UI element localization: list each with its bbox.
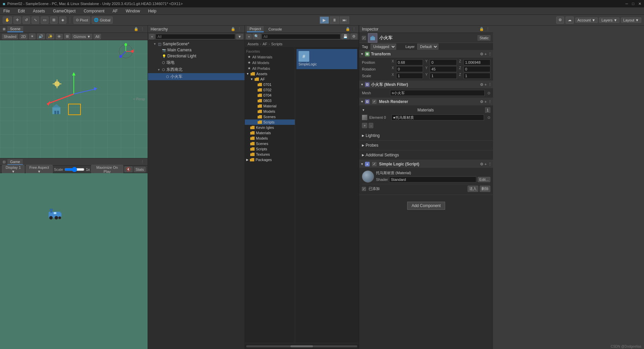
project-dot-menu[interactable]: ⋮ (351, 27, 357, 32)
maximize-btn[interactable]: □ (632, 2, 634, 6)
transform-dot-menu[interactable]: ⋮ (488, 52, 492, 56)
transform-tool[interactable]: ⊞ (50, 16, 58, 24)
menu-edit[interactable]: Edit (16, 8, 26, 14)
scene-lock-icon[interactable]: 🔒 (133, 27, 139, 32)
tree-models[interactable]: Models (245, 109, 295, 114)
meshrenderer-enabled[interactable] (372, 100, 376, 104)
simplelogic-add-icon[interactable]: + (485, 162, 487, 166)
lighting-header[interactable]: ▶ Lighting (362, 132, 490, 139)
menu-file[interactable]: File (2, 8, 11, 14)
hierarchy-item-xiaohc[interactable]: ⬡ 小火车 (148, 73, 245, 80)
free-aspect-btn[interactable]: Free Aspect ▼ (26, 165, 53, 174)
fav-allmaterials[interactable]: ★ All Materials (245, 54, 295, 60)
layer-select[interactable]: Default (417, 44, 438, 50)
global-btn[interactable]: 🌐 Global (92, 16, 113, 24)
shader-edit-btn[interactable]: Edit... (478, 177, 490, 182)
scene-dot-menu[interactable]: ⋮ (140, 27, 145, 32)
tree-af[interactable]: ▼ AF (245, 77, 295, 82)
scale-z[interactable]: 1 (464, 73, 490, 79)
position-y[interactable]: 0 (430, 59, 457, 65)
scene-viewport[interactable]: X Y Z (0, 40, 148, 158)
mute-btn[interactable]: 🔇 (124, 166, 132, 172)
tree-0803[interactable]: 0803 (245, 98, 295, 103)
transform-component-header[interactable]: ▼ ⊞ Transform ⚙ + ⋮ (359, 50, 493, 58)
file-simplelogic[interactable]: # SimpleLogic (297, 49, 357, 69)
additionalsettings-header[interactable]: ▶ Additional Settings (362, 152, 490, 158)
account-btn[interactable]: Account ▼ (575, 17, 598, 23)
hand-tool[interactable]: ✋ (3, 16, 12, 24)
meshfilter-header[interactable]: ▼ ⊡ 小火车 (Mesh Filter) ⚙ + ⋮ (359, 81, 493, 88)
position-x[interactable]: 0.68 (396, 59, 423, 65)
hierarchy-item-dongxinanBei[interactable]: ▼ ⬡ 东西南北 (148, 66, 245, 73)
game-viewport[interactable] (0, 173, 148, 349)
tree-materials2[interactable]: Materials (245, 130, 295, 136)
gizmos-btn[interactable]: Gizmos ▼ (72, 34, 92, 39)
maximize-on-play-btn[interactable]: Maximize On Play (91, 165, 123, 174)
scale-y[interactable]: 1 (430, 73, 457, 79)
tree-scripts2[interactable]: Scripts (245, 146, 295, 152)
lighting-btn[interactable]: ☀ (29, 34, 36, 39)
hierarchy-filter-btn[interactable]: ▼ (236, 34, 243, 39)
menu-af[interactable]: AF (111, 8, 119, 14)
move-tool[interactable]: ✛ (13, 16, 21, 24)
transform-settings-icon[interactable]: ⚙ (480, 52, 483, 56)
play-button[interactable]: ▶ (320, 16, 329, 24)
rotation-x[interactable]: 0 (396, 66, 423, 72)
breadcrumb-af[interactable]: AF (263, 42, 267, 46)
fav-allprefabs[interactable]: ★ All Prefabs (245, 65, 295, 71)
hierarchy-add-btn[interactable]: + (149, 34, 155, 39)
meshfilter-dot-menu[interactable]: ⋮ (488, 83, 492, 87)
rotate-tool[interactable]: ↺ (22, 16, 30, 24)
meshrenderer-header[interactable]: ▼ ⊡ Mesh Renderer ⚙ + ⋮ (359, 98, 493, 105)
input-btn[interactable]: 送入 (468, 186, 478, 192)
simplelogic-header[interactable]: ▼ # Simple Logic (Script) ⚙ + ⋮ (359, 160, 493, 168)
inspector-dot-menu[interactable]: ⋮ (485, 27, 490, 32)
hierarchy-item-samplescene[interactable]: ▼ ◫ SampleScene* (148, 41, 245, 47)
menu-component[interactable]: Component (82, 8, 106, 14)
tree-scenes[interactable]: Scenes (245, 114, 295, 119)
hierarchy-search[interactable] (156, 34, 235, 39)
menu-help[interactable]: Help (147, 8, 158, 14)
scrollbar-track[interactable] (246, 345, 357, 347)
breadcrumb-scripts[interactable]: Scripts (271, 42, 282, 46)
layers-btn[interactable]: Layers ▼ (599, 17, 620, 23)
pivot-btn[interactable]: ⊙ Pivot (73, 16, 90, 24)
scene-tab[interactable]: Scene (7, 26, 23, 32)
step-button[interactable]: ⏭ (340, 16, 349, 24)
scene-axis-gizmo[interactable]: X Y Z (117, 43, 134, 60)
display-btn[interactable]: Display 1 ▼ (2, 165, 24, 174)
tree-models2[interactable]: Models (245, 136, 295, 141)
transform-add-icon[interactable]: + (485, 52, 487, 56)
breadcrumb-assets[interactable]: Assets (248, 42, 259, 46)
scale-x[interactable]: 1 (396, 73, 423, 79)
static-btn[interactable]: Static (478, 35, 490, 41)
delete-btn[interactable]: 删除 (480, 186, 490, 192)
mesh-select-icon[interactable]: ⊙ (487, 91, 490, 95)
scale-slider[interactable] (64, 167, 85, 171)
project-lock-icon[interactable]: 🔒 (345, 27, 351, 32)
stats-btn[interactable]: Stats (134, 167, 146, 172)
rotation-z[interactable]: 0 (464, 66, 490, 72)
scale-tool[interactable]: ⤡ (32, 16, 39, 24)
materials-remove-btn[interactable]: - (369, 123, 373, 128)
tree-scripts[interactable]: Scripts (245, 119, 295, 125)
close-btn[interactable]: ✕ (638, 2, 641, 6)
2d-btn[interactable]: 2D (19, 34, 28, 39)
menu-assets[interactable]: Assets (32, 8, 46, 14)
tree-packages[interactable]: ▶ Packages (245, 157, 295, 162)
tree-assets[interactable]: ▼ Assets (245, 71, 295, 77)
inspector-lock-icon[interactable]: 🔒 (479, 27, 484, 32)
mesh-value[interactable]: ≡小火车 (390, 90, 485, 96)
hierarchy-item-maincamera[interactable]: 📷 Main Camera (148, 47, 245, 53)
menu-gameobject[interactable]: GameObject (52, 8, 77, 14)
tree-0702[interactable]: 0702 (245, 87, 295, 93)
collab-btn[interactable]: ⚙ (556, 16, 564, 24)
tree-scenes2[interactable]: Scenes (245, 141, 295, 146)
project-search-input[interactable] (262, 34, 340, 39)
hierarchy-item-directionallight[interactable]: 💡 Directional Light (148, 53, 245, 59)
title-bar-right[interactable]: ─ □ ✕ (626, 2, 641, 6)
tree-textures[interactable]: Textures (245, 152, 295, 157)
rect-tool[interactable]: ▭ (41, 16, 49, 24)
simplelogic-settings-icon[interactable]: ⚙ (480, 162, 483, 166)
cloud-btn[interactable]: ☁ (566, 16, 574, 24)
